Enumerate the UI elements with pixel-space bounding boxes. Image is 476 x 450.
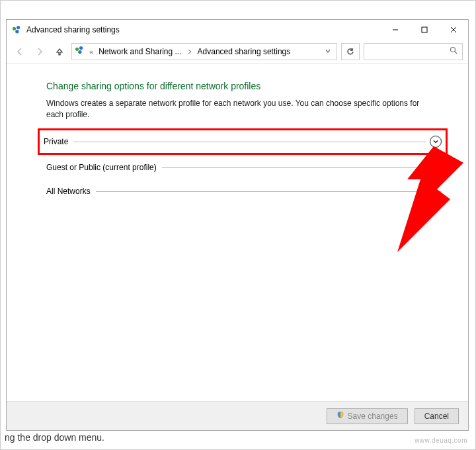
window-title: Advanced sharing settings: [26, 25, 120, 34]
page-description: Windows creates a separate network profi…: [46, 98, 436, 121]
content-area: Change sharing options for different net…: [7, 64, 468, 401]
svg-point-0: [13, 27, 16, 30]
save-changes-button[interactable]: Save changes: [327, 408, 408, 424]
breadcrumb-item[interactable]: Network and Sharing ...: [99, 47, 181, 56]
section-rule: [73, 142, 426, 142]
watermark: www.deuaq.com: [415, 437, 467, 444]
address-bar[interactable]: « Network and Sharing ... Advanced shari…: [71, 43, 337, 60]
section-all-networks[interactable]: All Networks: [46, 182, 442, 201]
address-dropdown[interactable]: [322, 47, 334, 56]
button-label: Save changes: [348, 412, 398, 421]
button-label: Cancel: [424, 412, 449, 421]
up-button[interactable]: [52, 44, 67, 60]
footer: Save changes Cancel: [7, 401, 468, 430]
section-label: All Networks: [46, 187, 96, 196]
svg-point-2: [15, 30, 19, 33]
titlebar: Advanced sharing settings: [7, 20, 468, 40]
nav-row: « Network and Sharing ... Advanced shari…: [7, 40, 468, 64]
search-box[interactable]: [364, 43, 463, 60]
section-private[interactable]: Private: [40, 130, 446, 153]
page-heading: Change sharing options for different net…: [46, 81, 442, 91]
svg-point-9: [78, 50, 81, 54]
minimize-button[interactable]: [381, 20, 410, 40]
svg-rect-4: [422, 27, 427, 32]
window: Advanced sharing settings: [6, 19, 469, 431]
breadcrumb-root-chevrons: «: [89, 48, 93, 56]
back-button[interactable]: [12, 44, 28, 60]
cancel-button[interactable]: Cancel: [415, 408, 459, 424]
maximize-button[interactable]: [410, 20, 439, 40]
breadcrumb-item[interactable]: Advanced sharing settings: [198, 47, 291, 56]
section-guest-public[interactable]: Guest or Public (current profile): [46, 158, 442, 177]
svg-point-1: [17, 26, 20, 29]
forward-button[interactable]: [32, 44, 48, 60]
chevron-right-icon: [186, 47, 194, 56]
network-sharing-icon: [12, 25, 21, 34]
search-icon: [450, 46, 458, 57]
expand-toggle[interactable]: [430, 161, 442, 173]
expand-toggle[interactable]: [430, 136, 442, 148]
shield-icon: [337, 411, 344, 421]
svg-point-10: [451, 47, 456, 52]
network-sharing-icon: [75, 46, 84, 57]
background-partial-text: ng the drop down menu.: [5, 432, 104, 443]
section-label: Guest or Public (current profile): [46, 163, 162, 172]
close-button[interactable]: [439, 20, 468, 40]
svg-point-8: [79, 46, 83, 50]
svg-point-7: [75, 48, 79, 51]
svg-line-11: [455, 52, 457, 54]
section-rule: [162, 167, 426, 168]
section-label: Private: [44, 137, 73, 146]
refresh-button[interactable]: [341, 43, 360, 60]
section-rule: [96, 191, 442, 192]
